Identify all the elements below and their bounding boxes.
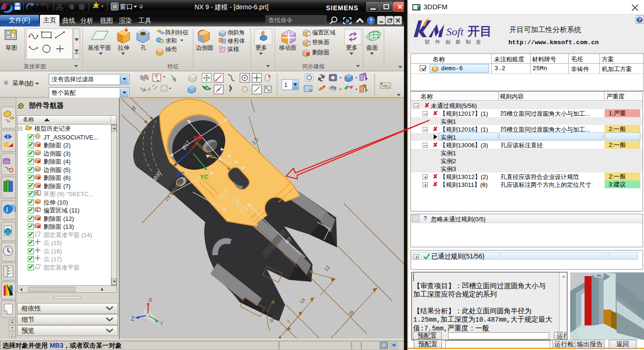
svg-text:抽壳: 抽壳 [165, 46, 177, 53]
svg-text:阵列特征: 阵列特征 [165, 29, 189, 36]
svg-text:更多: 更多 [255, 45, 267, 51]
svg-text:软件创新制造: 软件创新制造 [424, 39, 486, 45]
svg-text:Soft: Soft [446, 26, 464, 38]
svg-text:特征: 特征 [167, 63, 179, 70]
svg-text:草图: 草图 [6, 45, 17, 51]
svg-text:同步建模: 同步建模 [302, 63, 325, 70]
svg-text:?: ? [369, 18, 372, 24]
svg-text:替换面: 替换面 [312, 39, 330, 46]
svg-text:窗口: 窗口 [120, 3, 133, 10]
svg-text:倒斜角: 倒斜角 [228, 29, 245, 36]
svg-text:直接草图: 直接草图 [24, 63, 46, 70]
svg-text:删除面: 删除面 [312, 49, 330, 56]
svg-text:拉伸: 拉伸 [117, 45, 130, 51]
svg-text:基准平面: 基准平面 [88, 45, 111, 51]
svg-text:求和: 求和 [165, 38, 177, 44]
svg-text:边倒圆: 边倒圆 [196, 45, 214, 51]
svg-text:1: 1 [284, 81, 287, 88]
svg-text:孔: 孔 [140, 45, 147, 51]
svg-text:更多: 更多 [346, 45, 358, 51]
svg-text:i: i [6, 206, 8, 213]
svg-text:修剪体: 修剪体 [228, 38, 245, 44]
svg-text:拔模: 拔模 [228, 46, 239, 53]
svg-text:移动面: 移动面 [279, 45, 297, 51]
svg-text:开目: 开目 [467, 24, 492, 38]
svg-text:偏置区域: 偏置区域 [312, 29, 336, 36]
svg-text:曲面: 曲面 [366, 45, 378, 51]
